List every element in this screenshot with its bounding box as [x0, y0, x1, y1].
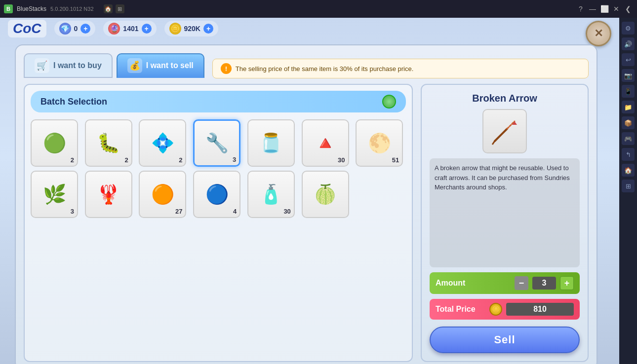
item-count: 2 [179, 156, 182, 164]
amount-label: Amount [436, 279, 511, 288]
item-count: 30 [283, 208, 290, 215]
notice-icon: ! [221, 63, 232, 74]
coin-icon: 🪙 [489, 303, 502, 316]
home-titlebar-icon[interactable]: 🏠 [104, 4, 113, 13]
item-title: Broken Arrow [430, 93, 580, 104]
sidebar-icon-app[interactable]: 📱 [622, 85, 635, 98]
total-price-value: 810 [506, 303, 574, 316]
amount-row: Amount − 3 + [430, 272, 580, 294]
item-count: 2 [124, 156, 128, 164]
tab-sell[interactable]: 💰 I want to sell [117, 53, 204, 78]
batch-toggle[interactable] [382, 95, 396, 109]
item-cell[interactable]: 🍈 [302, 171, 349, 218]
tabs-row: 🛒 I want to buy 💰 I want to sell [24, 53, 204, 78]
item-cell[interactable]: 🔧3 [193, 119, 240, 167]
item-cell[interactable]: 💠2 [139, 119, 186, 167]
sidebar-icon-folder[interactable]: 📁 [622, 101, 635, 113]
crystal-add-button[interactable]: + [142, 24, 152, 34]
sidebar-icon-volume[interactable]: 🔊 [622, 37, 635, 50]
item-emoji: 🌕 [368, 132, 391, 154]
items-grid: 🟢2🐛2💠2🔧3🫙🔺30🌕51🌿3🦞🟠27🔵4🧴30🍈 [31, 119, 406, 218]
item-emoji: 🟢 [43, 132, 66, 154]
item-emoji: 🐛 [97, 132, 120, 154]
sidebar-icon-recent[interactable]: ⊞ [622, 180, 635, 192]
help-button[interactable]: ? [576, 4, 586, 14]
sidebar-icon-home[interactable]: 🏠 [622, 164, 635, 177]
item-count: 51 [392, 156, 399, 164]
notice-bar: ! The selling price of the same item is … [212, 59, 589, 78]
bluestacks-logo: B [4, 4, 13, 13]
item-count: 30 [338, 156, 345, 164]
multi-instance-icon[interactable]: ⊞ [116, 4, 124, 13]
crystal-icon: 🔮 [108, 23, 120, 35]
item-emoji: 🧴 [259, 183, 282, 205]
gem-add-button[interactable]: + [80, 24, 90, 34]
total-price-label: Total Price [436, 305, 485, 314]
gem-value: 0 [74, 25, 78, 33]
topbar: CoC 💎 0 + 🔮 1401 + 🪙 920K + ✕ [0, 18, 619, 39]
tab-buy[interactable]: 🛒 I want to buy [24, 53, 113, 78]
sidebar-icon-rotate[interactable]: ↩ [622, 53, 635, 66]
buy-tab-label: I want to buy [53, 61, 102, 70]
item-cell[interactable]: 🌕51 [356, 119, 403, 167]
item-cell[interactable]: 🐛2 [85, 119, 132, 167]
coc-logo: CoC [8, 20, 46, 37]
broken-arrow-svg [487, 114, 522, 148]
right-sidebar: ⚙ 🔊 ↩ 📷 📱 📁 📦 🎮 ↰ 🏠 ⊞ [619, 18, 637, 364]
sidebar-icon-gamepad[interactable]: 🎮 [622, 132, 635, 145]
gem-icon: 💎 [59, 23, 71, 35]
item-emoji: 🍈 [314, 183, 337, 205]
sidebar-icon-back[interactable]: ↰ [622, 148, 635, 161]
item-emoji: 🔺 [314, 132, 337, 154]
item-cell[interactable]: 🌿3 [31, 171, 78, 218]
item-emoji: 🔧 [205, 132, 229, 154]
item-cell[interactable]: 🔵4 [193, 171, 240, 218]
gold-resource: 🪙 920K + [164, 21, 218, 36]
item-cell[interactable]: 🫙 [247, 119, 295, 167]
crystal-resource: 🔮 1401 + [103, 21, 156, 36]
item-emoji: 🫙 [259, 132, 282, 154]
back-button[interactable]: ❮ [623, 4, 633, 14]
minimize-button[interactable]: — [588, 4, 597, 14]
item-count: 27 [175, 208, 182, 215]
total-price-row: Total Price 🪙 810 [430, 299, 580, 320]
game-area: CoC 💎 0 + 🔮 1401 + 🪙 920K + ✕ 🛒 I want t… [0, 18, 619, 364]
gold-value: 920K [184, 25, 200, 33]
sell-tab-label: I want to sell [146, 61, 194, 70]
gold-add-button[interactable]: + [203, 24, 213, 34]
item-image [482, 109, 527, 153]
sidebar-icon-settings[interactable]: ⚙ [622, 22, 635, 35]
amount-value: 3 [532, 277, 556, 290]
item-cell[interactable]: 🧴30 [247, 171, 295, 218]
batch-selection-bar: Batch Selection [31, 91, 406, 112]
svg-line-1 [507, 121, 515, 129]
maximize-button[interactable]: ⬜ [599, 4, 609, 14]
item-cell[interactable]: 🔺30 [302, 119, 349, 167]
close-shop-button[interactable]: ✕ [586, 21, 611, 46]
shop-content: Batch Selection 🟢2🐛2💠2🔧3🫙🔺30🌕51🌿3🦞🟠27🔵4🧴… [24, 84, 589, 362]
item-cell[interactable]: 🟢2 [31, 119, 78, 167]
titlebar: B BlueStacks 5.0.200.1012 N32 🏠 ⊞ ? — ⬜ … [0, 0, 637, 18]
notice-text: The selling price of the same item is 30… [236, 65, 414, 73]
inventory-panel: Batch Selection 🟢2🐛2💠2🔧3🫙🔺30🌕51🌿3🦞🟠27🔵4🧴… [24, 84, 413, 362]
shop-panel: 🛒 I want to buy 💰 I want to sell ! The s… [15, 44, 597, 364]
app-version: 5.0.200.1012 N32 [50, 6, 93, 12]
close-window-button[interactable]: ✕ [611, 4, 621, 14]
item-emoji: 🔵 [205, 183, 229, 205]
item-count: 2 [71, 156, 74, 164]
amount-increase-button[interactable]: + [560, 276, 574, 290]
sidebar-icon-package[interactable]: 📦 [622, 116, 635, 129]
gem-resource: 💎 0 + [54, 21, 96, 36]
item-emoji: 🟠 [151, 183, 174, 205]
amount-decrease-button[interactable]: − [515, 276, 528, 290]
item-cell[interactable]: 🟠27 [139, 171, 186, 218]
gold-icon: 🪙 [169, 23, 181, 35]
item-cell[interactable]: 🦞 [85, 171, 132, 218]
item-emoji: 💠 [151, 132, 174, 154]
sidebar-icon-screenshot[interactable]: 📷 [622, 69, 635, 82]
crystal-value: 1401 [123, 25, 138, 33]
buy-tab-icon: 🛒 [35, 58, 49, 73]
item-emoji: 🦞 [97, 183, 120, 205]
sell-tab-icon: 💰 [127, 58, 142, 73]
sell-button[interactable]: Sell [430, 327, 580, 353]
